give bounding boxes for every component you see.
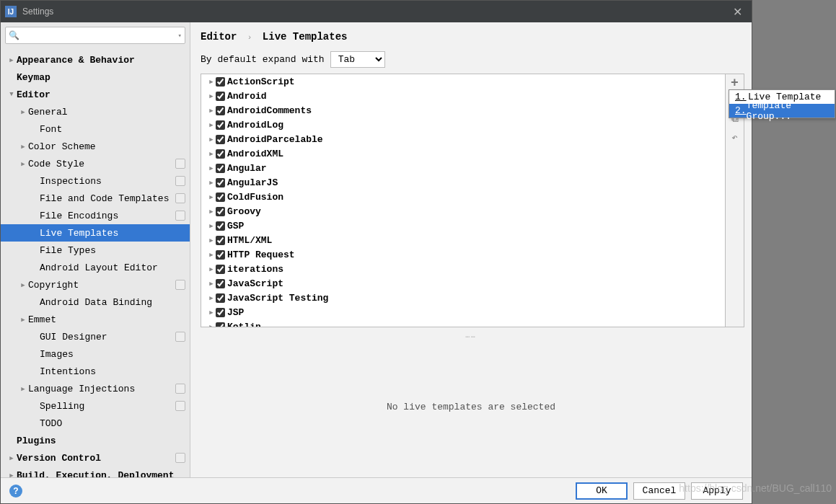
chevron-down-icon[interactable]: ▾ — [178, 32, 182, 40]
template-checkbox[interactable] — [216, 120, 225, 130]
add-popup[interactable]: 1. Live Template 2. Template Group... — [729, 89, 835, 118]
template-group-row[interactable]: ▶iterations — [201, 262, 725, 276]
template-checkbox[interactable] — [216, 293, 225, 303]
template-checkbox[interactable] — [216, 164, 225, 173]
template-group-row[interactable]: ▶AndroidComments — [201, 103, 725, 118]
chevron-right-icon: ▶ — [207, 179, 216, 187]
tree-item[interactable]: ▶Code Style — [1, 155, 190, 172]
template-group-row[interactable]: ▶GSP — [201, 218, 725, 233]
chevron-icon: ▶ — [18, 143, 28, 151]
template-group-row[interactable]: ▶AndroidParcelable — [201, 132, 725, 146]
template-group-row[interactable]: ▶AndroidXML — [201, 146, 725, 161]
tree-item[interactable]: Android Data Binding — [1, 293, 190, 311]
template-checkbox[interactable] — [216, 265, 225, 274]
tree-item[interactable]: Live Templates — [1, 224, 190, 242]
apply-button[interactable]: Apply — [691, 482, 743, 500]
close-icon[interactable]: ✕ — [727, 5, 747, 19]
project-badge-icon — [175, 176, 185, 186]
expand-select[interactable]: Tab — [330, 51, 385, 68]
chevron-right-icon: ▶ — [207, 92, 216, 100]
chevron-right-icon: ▶ — [207, 136, 216, 143]
search-input-wrap[interactable]: 🔍 ▾ — [5, 27, 185, 44]
tree-item[interactable]: Android Layout Editor — [1, 259, 190, 276]
template-checkbox[interactable] — [216, 106, 225, 115]
main-panel: Editor › Live Templates By default expan… — [190, 22, 752, 477]
popup-item-template-group[interactable]: 2. Template Group... — [729, 104, 835, 118]
template-group-row[interactable]: ▶Angular — [201, 161, 725, 175]
template-checkbox[interactable] — [216, 250, 225, 260]
tree-item[interactable]: Images — [1, 345, 190, 363]
tree-item[interactable]: TODO — [1, 415, 190, 432]
template-group-row[interactable]: ▶JSP — [201, 305, 725, 319]
chevron-right-icon: ▶ — [207, 78, 216, 86]
tree-item-label: Code Style — [28, 159, 175, 169]
tree-item[interactable]: ▶Build, Execution, Deployment — [1, 467, 190, 477]
tree-item[interactable]: GUI Designer — [1, 328, 190, 345]
chevron-right-icon: ▶ — [207, 193, 216, 201]
tree-item[interactable]: ▶Copyright — [1, 276, 190, 293]
template-checkbox[interactable] — [216, 236, 225, 245]
template-group-row[interactable]: ▶Android — [201, 89, 725, 103]
template-group-row[interactable]: ▶Kotlin — [201, 319, 725, 327]
tree-item[interactable]: Font — [1, 120, 190, 138]
tree-item[interactable]: File Types — [1, 242, 190, 259]
template-label: JavaScript Testing — [227, 293, 328, 304]
template-group-row[interactable]: ▶JavaScript — [201, 276, 725, 291]
template-checkbox[interactable] — [216, 193, 225, 202]
template-group-row[interactable]: ▶JavaScript Testing — [201, 291, 725, 305]
template-group-row[interactable]: ▶ActionScript — [201, 74, 725, 89]
template-checkbox[interactable] — [216, 77, 225, 87]
expand-label: By default expand with — [201, 54, 325, 65]
tree-item[interactable]: Inspections — [1, 172, 190, 190]
tree-item[interactable]: ▶Version Control — [1, 449, 190, 467]
tree-item[interactable]: ▶Color Scheme — [1, 138, 190, 155]
tree-item[interactable]: Intentions — [1, 363, 190, 380]
chevron-right-icon: ▶ — [207, 323, 216, 328]
tree-item[interactable]: File and Code Templates — [1, 190, 190, 207]
chevron-right-icon: ▶ — [207, 222, 216, 230]
template-group-row[interactable]: ▶HTTP Request — [201, 247, 725, 262]
help-icon[interactable]: ? — [9, 485, 22, 498]
template-group-row[interactable]: ▶Groovy — [201, 204, 725, 218]
tree-item[interactable]: Keymap — [1, 68, 190, 86]
tree-item[interactable]: File Encodings — [1, 207, 190, 224]
template-group-row[interactable]: ▶AngularJS — [201, 175, 725, 190]
chevron-icon: ▶ — [6, 56, 17, 64]
template-checkbox[interactable] — [216, 178, 225, 187]
template-label: ColdFusion — [227, 192, 283, 203]
tree-item[interactable]: ▼Editor — [1, 86, 190, 103]
tree-item-label: Spelling — [40, 401, 175, 412]
template-checkbox[interactable] — [216, 221, 225, 231]
template-checkbox[interactable] — [216, 322, 225, 328]
template-label: AndroidXML — [227, 149, 283, 159]
tree-item[interactable]: ▶General — [1, 103, 190, 120]
tree-item-label: Build, Execution, Deployment — [17, 470, 185, 478]
template-checkbox[interactable] — [216, 92, 225, 101]
template-group-row[interactable]: ▶AndroidLog — [201, 118, 725, 132]
tree-item[interactable]: ▶Appearance & Behavior — [1, 51, 190, 68]
chevron-right-icon: › — [247, 33, 252, 42]
template-group-row[interactable]: ▶HTML/XML — [201, 233, 725, 247]
tree-item-label: Version Control — [17, 453, 175, 464]
template-label: GSP — [227, 221, 244, 231]
tree-item[interactable]: ▶Emmet — [1, 311, 190, 328]
empty-message: No live templates are selected — [201, 337, 742, 477]
search-input[interactable] — [19, 30, 178, 41]
tree-item[interactable]: Plugins — [1, 432, 190, 449]
ok-button[interactable]: OK — [576, 482, 628, 500]
template-checkbox[interactable] — [216, 149, 225, 159]
template-checkbox[interactable] — [216, 308, 225, 317]
template-checkbox[interactable] — [216, 135, 225, 144]
template-checkbox[interactable] — [216, 279, 225, 288]
tree-item-label: Font — [40, 124, 185, 135]
template-list[interactable]: ▶ActionScript▶Android▶AndroidComments▶An… — [201, 74, 726, 327]
chevron-icon: ▶ — [6, 454, 17, 462]
tree-item[interactable]: ▶Language Injections — [1, 380, 190, 397]
tree-item[interactable]: Spelling — [1, 397, 190, 415]
settings-tree[interactable]: ▶Appearance & BehaviorKeymap▼Editor▶Gene… — [1, 48, 190, 477]
template-checkbox[interactable] — [216, 207, 225, 216]
cancel-button[interactable]: Cancel — [633, 482, 685, 500]
revert-button[interactable]: ↶ — [726, 128, 744, 146]
template-group-row[interactable]: ▶ColdFusion — [201, 190, 725, 204]
tree-item-label: Appearance & Behavior — [17, 55, 185, 66]
